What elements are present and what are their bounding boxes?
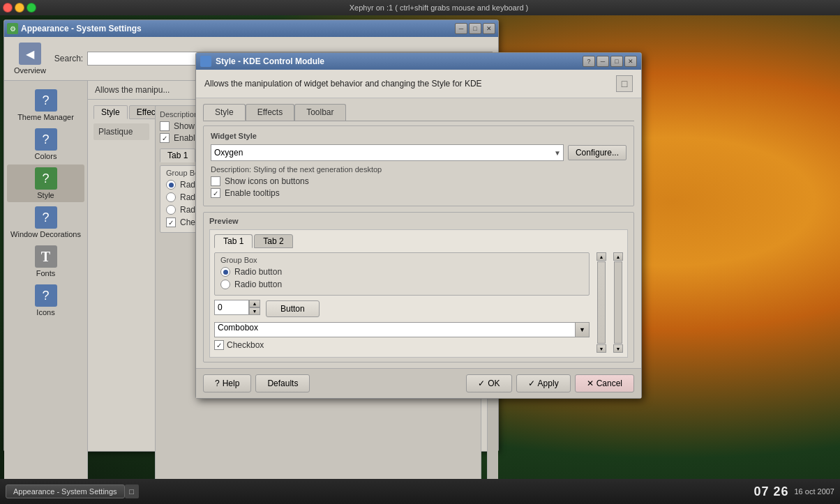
dialog-tab-effects[interactable]: Effects [246, 104, 294, 121]
style-icon: ? [35, 167, 57, 190]
app-title: Appearance - System Settings [21, 24, 455, 33]
preview-scroll-up[interactable]: ▲ [597, 252, 606, 261]
preview-checkbox[interactable]: ✓ [214, 340, 224, 350]
dialog-tab-style[interactable]: Style [203, 104, 246, 121]
style-description: Description: Styling of the next generat… [211, 165, 627, 174]
combobox-row: Combobox ▼ [214, 322, 590, 337]
panel-tabs: Style Effects [93, 105, 149, 119]
app-maximize-btn[interactable]: □ [469, 23, 481, 34]
sidebar-item-colors[interactable]: ? Colors [7, 125, 84, 163]
preview-scrollbar-2-track[interactable] [614, 261, 622, 344]
preview-scroll2-up[interactable]: ▲ [613, 252, 623, 261]
defaults-button[interactable]: Defaults [255, 374, 310, 392]
preview-radio-label-2: Radio button [234, 280, 282, 289]
radio-button-1[interactable] [166, 180, 176, 190]
preview-radio-2[interactable] [220, 280, 230, 289]
inner-checkbox[interactable]: ✓ [166, 217, 176, 227]
preview-checkbox-label: Checkbox [227, 340, 264, 350]
enable-tooltips-checkbox[interactable]: ✓ [160, 133, 170, 143]
dialog-info-bar: Allows the manipulation of widget behavi… [196, 70, 641, 98]
radio-button-3[interactable] [166, 205, 176, 215]
theme-manager-icon: ? [35, 89, 57, 112]
taskbar-clock: 07 26 [753, 484, 788, 499]
app-icon: ⚙ [7, 23, 18, 34]
combobox-arrow[interactable]: ▼ [576, 322, 590, 337]
dialog-style-kde: Style - KDE Control Module ? ─ □ ✕ Allow… [195, 52, 642, 399]
preview-tab-2[interactable]: Tab 2 [254, 234, 292, 248]
preview-scrollbar-2: ▲ ▼ [613, 252, 623, 353]
ok-label: OK [488, 379, 500, 388]
show-icons-checkbox-row: Show icons on buttons [211, 176, 627, 186]
sidebar-item-style[interactable]: ? Style [7, 165, 84, 202]
help-label: Help [223, 379, 240, 388]
panel-item-plastique[interactable]: Plastique [93, 123, 149, 140]
enable-tooltips-checkbox-row: ✓ Enable tooltips [211, 188, 627, 198]
close-btn-top[interactable] [3, 3, 13, 13]
footer-right: ✓ OK ✓ Apply ✕ Cancel [466, 374, 634, 392]
style-select[interactable]: Oxygen [211, 144, 564, 161]
tab-style[interactable]: Style [93, 105, 128, 119]
dialog-tab-toolbar[interactable]: Toolbar [294, 104, 345, 121]
left-panel: Style Effects Plastique [93, 105, 149, 489]
sidebar-item-icons[interactable]: ? Icons [7, 282, 84, 319]
preview-scroll-down[interactable]: ▼ [597, 344, 606, 353]
tray-icon-1[interactable]: □ [125, 484, 139, 498]
spinbox-down[interactable]: ▼ [249, 307, 260, 315]
show-icons-on-buttons-checkbox[interactable] [211, 176, 220, 186]
preview-content: Group Box Radio button Radio button [214, 252, 623, 353]
fonts-icon: T [35, 245, 57, 268]
app-close-btn[interactable]: ✕ [483, 23, 495, 34]
main-description: Allows the manipu... [95, 85, 170, 95]
sidebar-label-style: Style [37, 191, 54, 199]
taskbar-title: Xephyr on :1 ( ctrl+shift grabs mouse an… [40, 3, 837, 12]
app-minimize-btn[interactable]: ─ [455, 23, 467, 34]
sidebar-item-fonts[interactable]: T Fonts [7, 243, 84, 280]
taskbar-app-item[interactable]: Appearance - System Settings [6, 484, 125, 498]
spinbox-up[interactable]: ▲ [249, 300, 260, 307]
dialog-close-btn[interactable]: ✕ [624, 56, 637, 67]
taskbar-tray: □ [125, 484, 139, 498]
app-titlebar: ⚙ Appearance - System Settings ─ □ ✕ [4, 20, 498, 37]
apply-button[interactable]: ✓ Apply [516, 374, 571, 392]
dialog-icon [200, 56, 211, 67]
widget-style-section: Widget Style Oxygen ▼ Configure... Descr… [203, 125, 634, 206]
spinbox: ▲ ▼ [214, 300, 260, 315]
sidebar-label-icons: Icons [36, 308, 54, 316]
spinbox-input[interactable] [214, 300, 249, 315]
preview-scroll2-down[interactable]: ▼ [613, 344, 623, 353]
preview-tab-1[interactable]: Tab 1 [214, 234, 253, 248]
inner-tab-1[interactable]: Tab 1 [160, 148, 195, 162]
combobox-input[interactable]: Combobox [214, 322, 576, 337]
taskbar-bottom: Appearance - System Settings □ 07 26 16 … [0, 479, 840, 504]
style-select-wrapper: Oxygen ▼ [211, 144, 564, 161]
radio-button-2[interactable] [166, 192, 176, 202]
dialog-info-text: Allows the manipulation of widget behavi… [204, 79, 616, 89]
help-icon: ? [215, 379, 220, 388]
preview-scrollbar-thumb[interactable] [597, 261, 606, 344]
minimize-btn-top[interactable] [15, 3, 24, 13]
dialog-titlebar: Style - KDE Control Module ? ─ □ ✕ [196, 53, 641, 70]
preview-radio-1[interactable] [220, 267, 230, 277]
enable-tooltips-checkbox-dialog[interactable]: ✓ [211, 188, 220, 198]
enable-tooltips-label-dialog: Enable tooltips [225, 188, 280, 198]
preview-button[interactable]: Button [266, 300, 320, 317]
help-button[interactable]: ? Help [203, 374, 251, 392]
dialog-minimize-btn[interactable]: ─ [597, 56, 609, 67]
footer-left: ? Help Defaults [203, 374, 310, 392]
sidebar-item-theme-manager[interactable]: ? Theme Manager [7, 86, 84, 124]
dialog-maximize-btn[interactable]: □ [610, 56, 623, 67]
configure-button[interactable]: Configure... [568, 145, 627, 160]
show-icons-checkbox[interactable] [160, 121, 170, 131]
overview-button[interactable]: ◀ Overview [10, 40, 50, 77]
sidebar-label-window-decorations: Window Decorations [10, 230, 81, 238]
ok-button[interactable]: ✓ OK [466, 374, 511, 392]
maximize-btn-top[interactable] [27, 3, 36, 13]
preview-checkbox-area: ✓ Checkbox [214, 340, 590, 350]
dialog-help-btn[interactable]: ? [583, 56, 595, 67]
cancel-button[interactable]: ✕ Cancel [575, 374, 634, 392]
overview-label: Overview [14, 66, 46, 75]
preview-radio-row-2: Radio button [220, 280, 583, 289]
cancel-label: Cancel [597, 379, 622, 388]
dialog-info-icon: □ [616, 75, 633, 92]
sidebar-item-window-decorations[interactable]: ? Window Decorations [7, 204, 84, 241]
